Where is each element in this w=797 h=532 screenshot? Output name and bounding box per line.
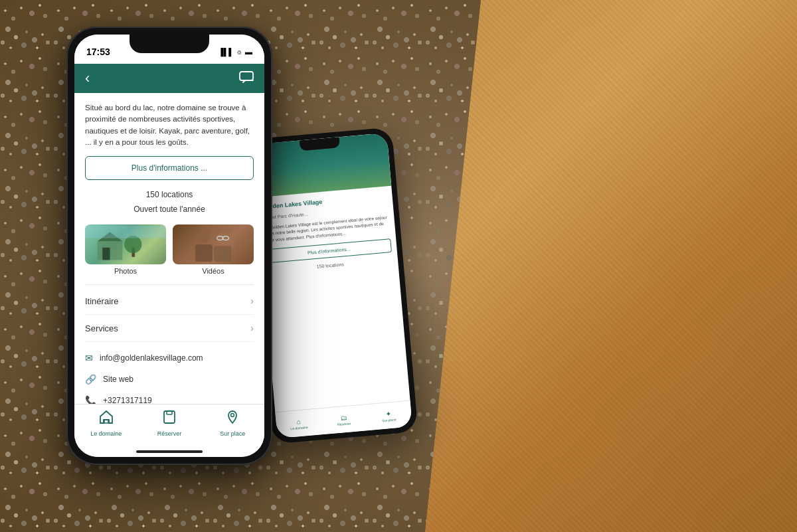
tab-book[interactable]: Réserver [137,410,201,437]
services-chevron: › [250,323,254,333]
message-button[interactable] [239,71,254,86]
second-tab-bar: ⌂ Le domaine 🗂 Réserver ✦ Sur place [275,400,412,438]
svg-rect-22 [167,411,172,414]
itinerary-row[interactable]: Itinéraire › [85,288,254,315]
tab-book-label: Réserver [157,430,182,437]
tab-place-label: Sur place [220,430,245,437]
back-button[interactable]: ‹ [85,70,90,87]
phone-text: +3271317119 [103,396,152,404]
phone-main: 17:53 ▐▌▌ ⌾ ▬ ‹ Situé au bord du lac, [66,27,272,465]
phone-row[interactable]: 📞 +3271317119 [85,390,254,404]
services-label: Services [85,323,118,333]
tab-bar: Le domaine Réserver Sur [74,404,264,457]
person-background [425,0,797,532]
tab-home[interactable]: Le domaine [74,410,137,437]
stat-locations: 150 locations [85,188,254,203]
tab-home-icon [98,410,114,428]
content-area: Situé au bord du lac, notre domaine se t… [74,93,264,404]
info-stats: 150 locations Ouvert toute l'année [85,188,254,217]
stat-open: Ouvert toute l'année [85,203,254,217]
tab-book-icon [162,410,177,428]
web-icon: 🔗 [85,374,96,385]
second-tab-book[interactable]: 🗂 Réserver [321,412,367,428]
photos-label: Photos [85,267,166,275]
tab-place[interactable]: Sur place [201,410,264,437]
tab-home-label: Le domaine [90,430,122,437]
nav-bar: ‹ [74,64,264,93]
itinerary-chevron: › [250,296,254,306]
photo-thumbnail [85,224,166,264]
divider-1 [85,284,254,285]
battery-icon: ▬ [245,48,252,56]
phone-main-screen: 17:53 ▐▌▌ ⌾ ▬ ‹ Situé au bord du lac, [74,35,264,457]
videos-item[interactable]: Vidéos [173,224,254,275]
second-tab-home[interactable]: ⌂ Le domaine [276,416,321,432]
description-text: Situé au bord du lac, notre domaine se t… [85,102,254,148]
email-text: info@goldenlakesvillage.com [100,353,203,363]
website-text: Site web [103,375,133,384]
wifi-icon: ⌾ [237,48,242,56]
contact-section: ✉ info@goldenlakesvillage.com 🔗 Site web… [85,342,254,404]
svg-rect-21 [164,411,175,423]
home-indicator [136,450,203,453]
videos-label: Vidéos [173,267,254,275]
video-thumbnail [173,224,254,264]
signal-icon: ▐▌▌ [219,48,234,56]
website-row[interactable]: 🔗 Site web [85,369,254,390]
services-row[interactable]: Services › [85,315,254,342]
svg-point-5 [124,236,141,253]
svg-rect-6 [85,226,166,238]
photos-item[interactable]: Photos [85,224,166,275]
svg-rect-10 [214,246,231,262]
more-info-button[interactable]: Plus d'informations ... [85,156,254,180]
itinerary-label: Itinéraire [85,296,119,306]
svg-point-23 [231,414,234,417]
svg-rect-20 [104,420,108,423]
status-icons: ▐▌▌ ⌾ ▬ [219,48,252,56]
status-time: 17:53 [86,46,110,57]
svg-rect-0 [240,72,253,80]
svg-rect-3 [102,248,110,260]
phone-icon: 📞 [85,395,96,404]
tab-place-icon [224,410,240,428]
email-icon: ✉ [85,353,93,363]
phone-notch [130,35,209,53]
svg-rect-8 [195,244,213,262]
media-row: Photos [85,224,254,275]
second-tab-place[interactable]: ✦ Sur place [366,408,412,424]
svg-point-7 [198,231,211,244]
email-row[interactable]: ✉ info@goldenlakesvillage.com [85,347,254,369]
